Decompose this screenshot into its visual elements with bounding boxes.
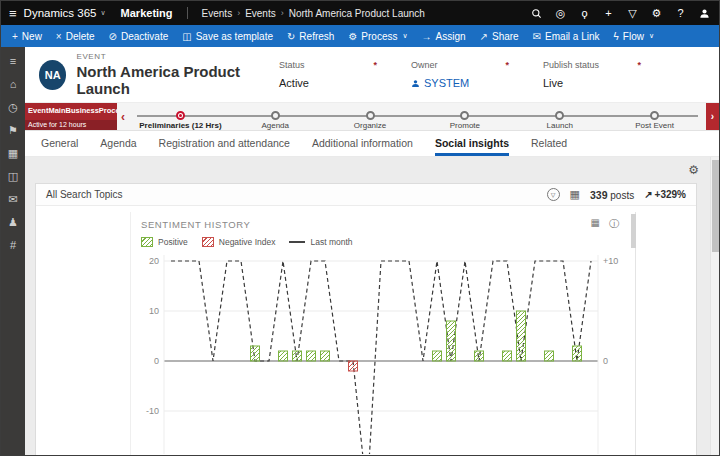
stage-promote[interactable]: Promote [417, 103, 512, 130]
chevron-right-icon[interactable]: › [706, 103, 719, 130]
widget-scrollbar-thumb[interactable] [631, 214, 636, 248]
delete-button[interactable]: ×Delete [49, 25, 102, 47]
plus-icon: + [12, 31, 18, 42]
stage-post-event[interactable]: Post Event [607, 103, 702, 130]
header-fields: Status* Active Owner* SYSTEM Publish sta… [279, 60, 641, 89]
stage-agenda[interactable]: Agenda [228, 103, 323, 130]
positive-swatch [141, 237, 153, 247]
stage-circle [271, 111, 280, 120]
page-title: North America Product Launch [76, 63, 279, 97]
status-value: Active [279, 77, 377, 89]
gear-icon[interactable]: ⚙ [688, 163, 699, 177]
home-icon[interactable]: ⌂ [5, 77, 21, 91]
stage-circle [650, 111, 659, 120]
breadcrumb: Events › Events › North America Product … [202, 8, 425, 19]
sitemap-sidebar: ≡ ⌂ ◷ ⚑ ▦ ◫ ✉ ♟ # [1, 47, 25, 455]
trend-up-icon: ↗ [644, 189, 652, 200]
stage-circle [176, 111, 185, 120]
tab-social-insights[interactable]: Social insights [435, 137, 509, 156]
chevron-down-icon: ∨ [100, 9, 105, 17]
divider [187, 7, 188, 19]
record-tabs: General Agenda Registration and attendan… [25, 131, 719, 157]
filter-icon[interactable]: ▽ [626, 7, 639, 20]
search-icon[interactable] [530, 7, 543, 20]
search-topics-card: All Search Topics ▽ ▦ 339 posts ↗+329% S… [35, 183, 697, 456]
deactivate-button[interactable]: ⊘Deactivate [102, 25, 176, 47]
stage-launch[interactable]: Launch [512, 103, 607, 130]
contacts-icon[interactable]: ♟ [5, 215, 21, 229]
process-stages: Preliminaries (12 Hrs) Agenda Organize P… [129, 103, 706, 130]
user-icon[interactable] [698, 7, 711, 20]
filter-preset-icon[interactable]: ▽ [547, 188, 560, 201]
status-field: Status* Active [279, 60, 377, 89]
grid-view-icon[interactable]: ▦ [570, 188, 580, 201]
stage-preliminaries[interactable]: Preliminaries (12 Hrs) [133, 103, 228, 130]
share-icon: ↗ [480, 31, 488, 42]
tab-additional-info[interactable]: Additional information [312, 137, 413, 156]
info-icon[interactable]: ⓘ [609, 217, 619, 231]
guidance-icon[interactable]: ◎ [554, 7, 567, 20]
process-button[interactable]: ⚙Process∨ [341, 25, 414, 47]
field-label: Owner [411, 60, 438, 70]
entity-type-label: EVENT [76, 52, 279, 61]
quick-create-icon[interactable]: + [602, 7, 615, 20]
tab-registration[interactable]: Registration and attendance [159, 137, 290, 156]
process-badge[interactable]: EventMainBusinessProce... Active for 12 … [25, 103, 117, 130]
email-icon[interactable]: ✉ [5, 192, 21, 206]
field-label: Status [279, 60, 305, 70]
share-button[interactable]: ↗Share [473, 25, 526, 47]
card-header: All Search Topics ▽ ▦ 339 posts ↗+329% [36, 184, 696, 206]
refresh-button[interactable]: ↻Refresh [280, 25, 341, 47]
assign-button[interactable]: →Assign [415, 25, 473, 47]
email-link-button[interactable]: ✉Email a Link [526, 25, 607, 47]
grid-view-icon[interactable]: ▦ [591, 217, 600, 231]
app-switcher[interactable]: Dynamics 365 ∨ [24, 7, 106, 19]
svg-text:20: 20 [149, 256, 159, 266]
legend-label: Negative Index [219, 237, 276, 247]
hamburger-menu-icon[interactable]: ≡ [9, 6, 17, 21]
stage-circle [366, 111, 375, 120]
page-scrollbar[interactable] [710, 157, 719, 455]
events-icon[interactable]: ◫ [5, 169, 21, 183]
breadcrumb-item[interactable]: Events [202, 8, 233, 19]
breadcrumb-item[interactable]: Events [245, 8, 276, 19]
stage-circle [460, 111, 469, 120]
publish-status-field: Publish status* Live [543, 60, 641, 89]
process-status: Active for 12 hours [25, 120, 117, 130]
save-icon: ◫ [182, 31, 191, 42]
widget-title: SENTIMENT HISTORY [141, 219, 250, 230]
required-asterisk: * [373, 60, 377, 70]
page-scrollbar-thumb[interactable] [712, 160, 719, 252]
save-as-template-button[interactable]: ◫Save as template [175, 25, 280, 47]
menu-icon[interactable]: ≡ [5, 54, 21, 68]
help-icon[interactable]: ? [674, 7, 687, 20]
lightbulb-icon[interactable]: ϙ [578, 7, 591, 20]
line-swatch [289, 241, 305, 243]
top-bar-icons: ◎ ϙ + ▽ ⚙ ? [530, 7, 711, 20]
required-asterisk: * [505, 60, 509, 70]
svg-text:+10: +10 [603, 256, 618, 266]
process-icon: ⚙ [348, 31, 357, 42]
stage-circle [555, 111, 564, 120]
recent-icon[interactable]: ◷ [5, 100, 21, 114]
apps-icon[interactable]: # [5, 238, 21, 252]
new-button[interactable]: +New [5, 25, 49, 47]
tab-related[interactable]: Related [531, 137, 567, 156]
module-name[interactable]: Marketing [121, 7, 173, 19]
flow-button[interactable]: ϟFlow∨ [607, 25, 662, 47]
owner-link[interactable]: SYSTEM [411, 77, 509, 89]
pinned-icon[interactable]: ⚑ [5, 123, 21, 137]
svg-text:0: 0 [154, 356, 159, 366]
settings-gear-icon[interactable]: ⚙ [650, 7, 663, 20]
svg-text:-10: -10 [146, 406, 159, 416]
trash-icon: × [56, 31, 62, 42]
tab-agenda[interactable]: Agenda [100, 137, 136, 156]
chevron-left-icon[interactable]: ‹ [117, 103, 129, 130]
legend-label: Last month [310, 237, 352, 247]
chevron-down-icon: ∨ [402, 32, 407, 40]
publish-status-value: Live [543, 77, 641, 89]
posts-count: 339 posts [590, 189, 634, 201]
dashboards-icon[interactable]: ▦ [5, 146, 21, 160]
tab-general[interactable]: General [41, 137, 78, 156]
stage-organize[interactable]: Organize [323, 103, 418, 130]
